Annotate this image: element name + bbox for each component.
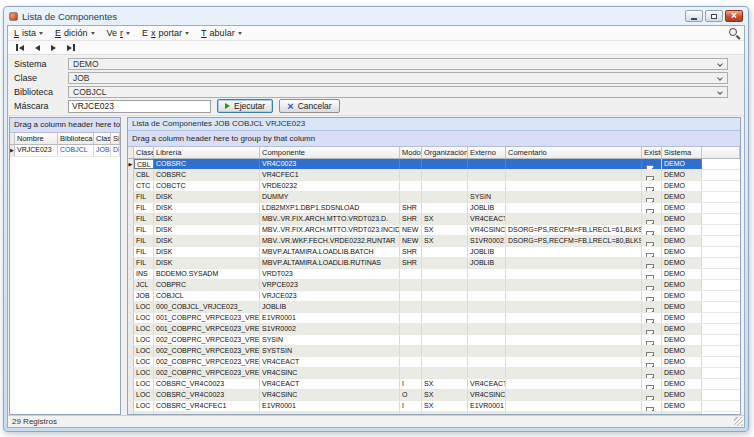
existe-checkbox[interactable] [646, 385, 654, 389]
component-row[interactable]: LOC000_COBJCL_VRJCE023_JOBLIBDEMO [128, 302, 740, 313]
column-header-clase[interactable]: Clase [134, 147, 154, 158]
component-row[interactable]: LOCCOBSRC_VR4C0023VR4CSINCOSXVR4CSINCDEM… [128, 390, 740, 401]
cell-libreria: DISK [154, 236, 260, 246]
menu-item-ver[interactable]: Ver [107, 28, 131, 38]
nav-last-button[interactable] [67, 44, 75, 51]
close-button[interactable]: × [725, 10, 743, 22]
nav-next-button[interactable] [51, 45, 56, 51]
existe-checkbox[interactable] [646, 297, 654, 301]
component-row[interactable]: FILDISKMBV..VR.WKF.FECH.VRDE0232.RUNTARN… [128, 236, 740, 247]
column-header-modo[interactable]: Modo [400, 147, 422, 158]
nav-first-button[interactable] [16, 44, 24, 51]
existe-checkbox[interactable] [646, 286, 654, 290]
component-row[interactable]: LOC002_COBPRC_VRPCE023_VRE00231VR4CEACTD… [128, 357, 740, 368]
existe-checkbox[interactable] [646, 352, 654, 356]
existe-checkbox[interactable] [646, 242, 654, 246]
component-row[interactable]: LOCCOBSRC_VR4C0023VR4CEACTISXVR4CEACTDEM… [128, 379, 740, 390]
component-row[interactable]: ▶CBLCOBSRCVR4C0023DEMO [128, 159, 740, 170]
cell-libreria: 002_COBPRC_VRPCE023_VRE00231 [154, 335, 260, 345]
column-header-nombre[interactable]: Nombre [15, 133, 58, 144]
summary-row[interactable]: ▶VRJCE023COBJCLJOBDEMO [10, 145, 120, 157]
existe-checkbox[interactable] [646, 396, 654, 400]
component-row[interactable]: LOCCOBSRC_VR4CFEC1E1VR0001ISXE1VR0001DEM… [128, 401, 740, 412]
component-row[interactable]: FILDISKMBVP.ALTAMIRA.LOADLIB.BATCHSHRJOB… [128, 247, 740, 258]
nav-previous-button[interactable] [35, 45, 40, 51]
existe-checkbox[interactable] [646, 308, 654, 312]
existe-checkbox[interactable] [646, 407, 654, 411]
column-header-externo[interactable]: Externo [468, 147, 506, 158]
existe-checkbox[interactable] [646, 374, 654, 378]
column-header-biblioteca[interactable]: Biblioteca [58, 133, 94, 144]
column-header-librería[interactable]: Librería [154, 147, 260, 158]
column-header-componente[interactable]: Componente [260, 147, 400, 158]
component-row[interactable]: LOC002_COBPRC_VRPCE023_VRE00231SYSINDEMO [128, 335, 740, 346]
existe-checkbox[interactable] [646, 253, 654, 257]
cell-componente: VR4CSINC [260, 368, 400, 378]
existe-checkbox[interactable] [646, 264, 654, 268]
cell-sistema: DEMO [662, 203, 702, 213]
existe-checkbox[interactable] [646, 319, 654, 323]
maximize-button[interactable] [705, 10, 723, 22]
component-row[interactable]: FILDISKMBV..VR.FIX.ARCH.MTTO.VRDT023.D.S… [128, 214, 740, 225]
mask-input[interactable] [68, 100, 211, 113]
component-row[interactable]: FILDISKMBV..VR.FIX.ARCH.MTTO.VRDT023.INC… [128, 225, 740, 236]
column-header-sistema[interactable]: Sistema [111, 133, 120, 144]
search-icon[interactable] [729, 28, 737, 36]
component-row[interactable]: LOC002_COBPRC_VRPCE023_VRE00231VR4CSINCD… [128, 368, 740, 379]
sistema-combo[interactable]: DEMO [68, 58, 728, 70]
cell-nombre: VRJCE023 [15, 145, 58, 156]
cell-externo [468, 313, 506, 323]
cell-libreria: COBSRC_VR4C0023 [154, 379, 260, 389]
component-row[interactable]: JOBCOBJCLVRJCE023DEMO [128, 291, 740, 302]
component-row[interactable]: LOC001_COBPRC_VRPCE023_VRE00232S1VR0002D… [128, 324, 740, 335]
existe-checkbox[interactable] [646, 231, 654, 235]
cell-existe [642, 236, 662, 246]
menu-item-exportar[interactable]: Exportar [142, 28, 189, 38]
existe-checkbox[interactable] [646, 187, 654, 191]
biblioteca-combo[interactable]: COBJCL [68, 86, 728, 98]
component-row[interactable]: FILDISKDUMMYSYSINDEMO [128, 192, 740, 203]
minimize-button[interactable] [685, 10, 703, 22]
column-header-organización[interactable]: Organización [422, 147, 468, 158]
existe-checkbox[interactable] [646, 176, 654, 180]
cancel-button[interactable]: × Cancelar [279, 99, 339, 113]
component-row[interactable]: LOC001_COBPRC_VRPCE023_VRE00232E1VR0001D… [128, 313, 740, 324]
column-header-sistema[interactable]: Sistema [662, 147, 702, 158]
existe-checkbox[interactable] [646, 209, 654, 213]
menu-item-tabular[interactable]: Tabular [201, 28, 242, 38]
component-row[interactable]: FILDISKMBVP.ALTAMIRA.LOADLIB.RUTINASSHRJ… [128, 258, 740, 269]
row-filler [702, 258, 740, 268]
cell-organizacion: SX [422, 379, 468, 389]
existe-checkbox[interactable] [646, 275, 654, 279]
menu-item-lista[interactable]: Lista [14, 28, 43, 38]
execute-button[interactable]: Ejecutar [217, 99, 273, 113]
resize-grip[interactable] [734, 417, 743, 426]
component-row[interactable]: LOCCOBSRC_VR4CFEC1S1VR0002OSXS1VR0002DEM… [128, 412, 740, 414]
component-row[interactable]: CBLCOBSRCVR4CFEC1DEMO [128, 170, 740, 181]
clase-combo[interactable]: JOB [68, 72, 728, 84]
component-row[interactable]: LOC002_COBPRC_VRPCE023_VRE00231SYSTSINDE… [128, 346, 740, 357]
existe-checkbox[interactable] [646, 198, 654, 202]
component-row[interactable]: INSBDDEMO.SYSADMVRDT023DEMO [128, 269, 740, 280]
existe-checkbox[interactable] [646, 341, 654, 345]
existe-checkbox[interactable] [646, 165, 654, 169]
cell-sistema: DEMO [662, 379, 702, 389]
left-group-by-band[interactable]: Drag a column header here to group by th… [10, 118, 120, 133]
existe-checkbox[interactable] [646, 330, 654, 334]
main-group-by-band[interactable]: Drag a column header here to group by th… [128, 131, 740, 147]
cell-existe [642, 346, 662, 356]
existe-checkbox[interactable] [646, 220, 654, 224]
column-header-clase[interactable]: Clase [94, 133, 111, 144]
component-row[interactable]: CTCCOBCTCVRDE0232DEMO [128, 181, 740, 192]
row-filler [702, 225, 740, 235]
component-row[interactable]: JCLCOBPRCVRPCE023DEMO [128, 280, 740, 291]
column-header-existe[interactable]: Existe [642, 147, 662, 158]
cell-libreria: 001_COBPRC_VRPCE023_VRE00232 [154, 324, 260, 334]
cell-externo: JOBLIB [468, 247, 506, 257]
menu-item-edición[interactable]: Edición [55, 28, 95, 38]
existe-checkbox[interactable] [646, 363, 654, 367]
component-row[interactable]: FILDISKLDB2MXP1.DBP1.SDSNLOADSHRJOBLIBDE… [128, 203, 740, 214]
title-bar[interactable]: Lista de Componentes × [4, 7, 748, 25]
column-header-comentario[interactable]: Comentario [506, 147, 642, 158]
biblioteca-label: Biblioteca [14, 87, 68, 97]
